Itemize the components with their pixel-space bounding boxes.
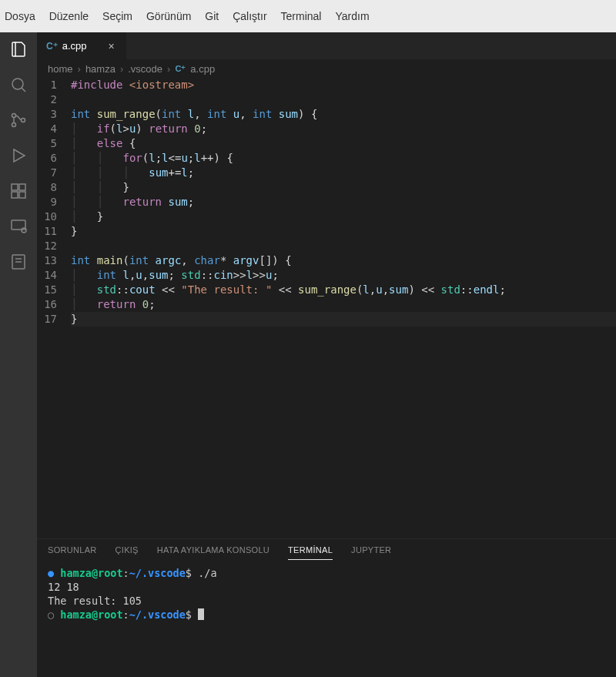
line-number: 14 [37, 268, 57, 283]
code-line[interactable]: │ return 0; [71, 297, 616, 312]
line-number: 3 [37, 107, 57, 122]
line-number: 5 [37, 136, 57, 151]
activity-bar [0, 32, 37, 677]
editor-group: C⁺ a.cpp × home›hamza›.vscode›C⁺ a.cpp 1… [37, 32, 616, 677]
code-line[interactable]: │ else { [71, 136, 616, 151]
tab-bar: C⁺ a.cpp × [37, 32, 616, 59]
breadcrumb[interactable]: home›hamza›.vscode›C⁺ a.cpp [37, 59, 616, 78]
menu-item-düzenle[interactable]: Düzenle [49, 10, 89, 22]
line-number: 2 [37, 92, 57, 107]
line-number: 12 [37, 239, 57, 253]
remote-icon[interactable] [9, 217, 28, 236]
svg-point-0 [12, 79, 23, 89]
breadcrumb-part[interactable]: .vscode [128, 63, 162, 75]
cpp-file-icon: C⁺ [175, 64, 186, 74]
code-line[interactable]: │ } [71, 209, 616, 224]
line-number: 15 [37, 283, 57, 297]
source-control-icon[interactable] [9, 111, 28, 129]
extensions-icon[interactable] [9, 182, 28, 200]
panel-tab-bar: SORUNLARÇIKIŞHATA AYIKLAMA KONSOLUTERMİN… [37, 539, 616, 560]
close-icon[interactable]: × [105, 40, 117, 52]
svg-rect-5 [12, 184, 18, 190]
code-content[interactable]: #include <iostream> int sum_range(int l,… [71, 78, 616, 327]
svg-point-4 [22, 119, 25, 122]
svg-rect-8 [19, 192, 25, 198]
line-number: 17 [37, 312, 57, 327]
line-number: 8 [37, 180, 57, 195]
cpp-file-icon: C⁺ [46, 41, 58, 52]
code-line[interactable]: │ │ return sum; [71, 195, 616, 209]
line-number: 11 [37, 224, 57, 239]
line-gutter: 1234567891011121314151617 [37, 78, 71, 327]
breadcrumb-part[interactable]: hamza [85, 63, 116, 75]
panel-tab-hata-ayiklama-konsolu[interactable]: HATA AYIKLAMA KONSOLU [157, 545, 270, 560]
chevron-right-icon: › [167, 63, 170, 75]
code-line[interactable] [71, 239, 616, 253]
code-line[interactable]: │ int l,u,sum; std::cin>>l>>u; [71, 268, 616, 283]
line-number: 7 [37, 166, 57, 180]
code-line[interactable]: │ │ for(l;l<=u;l++) { [71, 151, 616, 166]
code-line[interactable]: │ if(l>u) return 0; [71, 122, 616, 136]
code-line[interactable]: } [71, 312, 616, 327]
line-number: 16 [37, 297, 57, 312]
menu-item-dosya[interactable]: Dosya [5, 10, 35, 22]
line-number: 9 [37, 195, 57, 209]
code-line[interactable]: │ │ } [71, 180, 616, 195]
line-number: 13 [37, 253, 57, 268]
code-line[interactable] [71, 92, 616, 107]
chevron-right-icon: › [78, 63, 81, 75]
line-number: 10 [37, 209, 57, 224]
tab-a-cpp[interactable]: C⁺ a.cpp × [37, 32, 127, 59]
panel-tab-sorunlar[interactable]: SORUNLAR [48, 545, 97, 560]
panel-tab-termi̇nal[interactable]: TERMİNAL [288, 545, 333, 560]
bottom-panel: SORUNLARÇIKIŞHATA AYIKLAMA KONSOLUTERMİN… [37, 538, 616, 677]
menu-item-terminal[interactable]: Terminal [281, 10, 322, 22]
line-number: 1 [37, 78, 57, 92]
menu-item-yardım[interactable]: Yardım [335, 10, 369, 22]
breadcrumb-file[interactable]: a.cpp [190, 63, 215, 75]
tab-filename: a.cpp [62, 40, 87, 52]
menu-item-çalıştır[interactable]: Çalıştır [233, 10, 266, 22]
svg-line-1 [22, 88, 25, 92]
line-number: 6 [37, 151, 57, 166]
panel-tab-çikiş[interactable]: ÇIKIŞ [116, 545, 139, 560]
code-line[interactable]: #include <iostream> [71, 78, 616, 92]
menubar: DosyaDüzenleSeçimGörünümGitÇalıştırTermi… [0, 0, 616, 32]
app-frame: C⁺ a.cpp × home›hamza›.vscode›C⁺ a.cpp 1… [0, 32, 616, 677]
menu-item-görünüm[interactable]: Görünüm [146, 10, 191, 22]
line-number: 4 [37, 122, 57, 136]
code-editor[interactable]: 1234567891011121314151617 #include <iost… [37, 78, 616, 538]
code-line[interactable]: } [71, 224, 616, 239]
search-icon[interactable] [9, 75, 28, 94]
chevron-right-icon: › [120, 63, 123, 75]
menu-item-seçim[interactable]: Seçim [102, 10, 132, 22]
testing-icon[interactable] [9, 253, 28, 271]
svg-rect-7 [12, 192, 18, 198]
menu-item-git[interactable]: Git [205, 10, 219, 22]
svg-point-10 [22, 228, 26, 233]
terminal-view[interactable]: ● hamza@root:~/.vscode$ ./a 12 18 The re… [37, 560, 616, 677]
svg-rect-6 [19, 184, 25, 190]
code-line[interactable]: int sum_range(int l, int u, int sum) { [71, 107, 616, 122]
explorer-icon[interactable] [9, 40, 28, 59]
panel-tab-jupyter[interactable]: JUPYTER [351, 545, 391, 560]
breadcrumb-part[interactable]: home [48, 63, 73, 75]
code-line[interactable]: int main(int argc, char* argv[]) { [71, 253, 616, 268]
code-line[interactable]: │ │ │ sum+=l; [71, 166, 616, 180]
code-line[interactable]: │ std::cout << "The result: " << sum_ran… [71, 283, 616, 297]
svg-point-3 [12, 123, 16, 127]
run-debug-icon[interactable] [9, 146, 28, 165]
svg-point-2 [12, 114, 16, 118]
